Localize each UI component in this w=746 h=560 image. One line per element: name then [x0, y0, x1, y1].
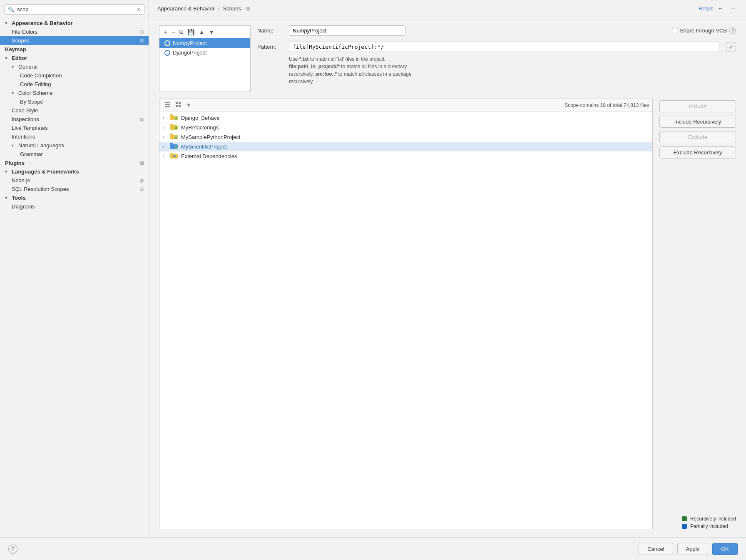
svg-rect-6	[179, 105, 181, 107]
settings-icon: ▤	[139, 178, 144, 183]
sidebar-item-label: Keymap	[5, 46, 26, 52]
legend-item-recursively-included: Recursively included	[682, 516, 736, 522]
help-button[interactable]: ?	[8, 545, 17, 554]
svg-rect-4	[179, 102, 181, 104]
right-header: Appearance & Behavior › Scopes ▤ Reset ←…	[149, 0, 746, 17]
sidebar-item-code-style[interactable]: Code Style	[0, 106, 149, 115]
sidebar-item-intentions[interactable]: Intentions	[0, 132, 149, 141]
flat-view-button[interactable]	[163, 101, 172, 109]
reset-button[interactable]: Reset	[699, 5, 713, 12]
sidebar-item-natural-languages[interactable]: ▾ Natural Languages	[0, 141, 149, 150]
sidebar-item-diagrams[interactable]: Diagrams	[0, 202, 149, 211]
save-scope-button[interactable]: 💾	[186, 28, 196, 36]
legend-item-partially-included: Partially included	[682, 523, 736, 529]
exclude-recursively-button[interactable]: Exclude Recursively	[659, 146, 736, 159]
forward-button[interactable]: →	[729, 4, 738, 12]
folder-icon	[170, 143, 178, 150]
scope-name-input[interactable]	[289, 25, 405, 36]
sidebar-item-color-scheme[interactable]: ▾ Color Scheme	[0, 89, 149, 97]
folder-db-icon	[170, 153, 178, 159]
scopes-list-panel: + − ⧉ 💾 ▲ ▼ NumpyProject	[159, 25, 251, 92]
search-box[interactable]: 🔍 ✕	[4, 4, 144, 15]
sidebar-item-appearance-behavior[interactable]: ▾ Appearance & Behavior	[0, 19, 149, 27]
search-input[interactable]	[17, 6, 134, 12]
sidebar-item-nodejs[interactable]: Node.js ▤	[0, 176, 149, 185]
tree-item-name: External Dependencies	[181, 153, 649, 159]
copy-scope-button[interactable]: ⧉	[178, 27, 184, 36]
scope-circle-icon	[164, 50, 170, 56]
help-icon[interactable]: ?	[729, 27, 736, 34]
search-clear-button[interactable]: ✕	[137, 7, 141, 12]
ok-button[interactable]: OK	[712, 543, 738, 555]
tree-buttons-row: ▼ Scope contains 19 of total 74,813 file…	[159, 99, 736, 529]
svg-point-19	[175, 146, 177, 149]
svg-rect-12	[170, 124, 173, 126]
settings-icon: ▤	[139, 186, 144, 192]
cancel-button[interactable]: Cancel	[639, 543, 673, 555]
file-tree-panel: ▼ Scope contains 19 of total 74,813 file…	[159, 99, 653, 529]
svg-rect-15	[170, 134, 173, 135]
tree-item[interactable]: › MySamplePythonProject	[159, 132, 652, 142]
move-up-button[interactable]: ▲	[197, 28, 206, 36]
sidebar-item-general[interactable]: ▾ General	[0, 62, 149, 71]
tree-chevron-icon: ›	[163, 135, 169, 139]
remove-scope-button[interactable]: −	[170, 28, 176, 36]
sidebar-item-label: Scopes	[12, 37, 30, 44]
tree-item[interactable]: › Django_Behave	[159, 113, 652, 123]
apply-button[interactable]: Apply	[677, 543, 709, 555]
svg-point-13	[175, 127, 177, 129]
pattern-input[interactable]	[289, 42, 719, 52]
sidebar-item-sql-resolution-scopes[interactable]: SQL Resolution Scopes ▤	[0, 185, 149, 193]
sidebar-item-by-scope[interactable]: By Scope	[0, 97, 149, 106]
sidebar-item-label: Code Style	[12, 107, 38, 114]
sidebar-item-label: Languages & Frameworks	[12, 168, 79, 175]
left-panel: 🔍 ✕ ▾ Appearance & Behavior File Colors …	[0, 0, 149, 538]
sidebar-item-plugins[interactable]: Plugins ▤	[0, 159, 149, 167]
group-view-button[interactable]	[174, 101, 183, 109]
sidebar-item-languages-frameworks[interactable]: ▾ Languages & Frameworks	[0, 167, 149, 176]
svg-rect-18	[170, 143, 173, 145]
sidebar-item-editor[interactable]: ▾ Editor	[0, 54, 149, 62]
sidebar-item-file-colors[interactable]: File Colors ▤	[0, 27, 149, 36]
sidebar-item-scopes[interactable]: Scopes ▤	[0, 36, 149, 45]
sidebar-item-keymap[interactable]: Keymap	[0, 45, 149, 54]
tree-item-name: MyScientificProject	[181, 144, 649, 150]
sidebar-item-label: Code Editing	[20, 81, 51, 87]
scope-item-label: DjangoProject	[173, 50, 207, 56]
tree-item-selected[interactable]: › MyScientificProject	[159, 142, 652, 151]
back-button[interactable]: ←	[716, 4, 725, 12]
exclude-button[interactable]: Exclude	[659, 131, 736, 143]
sidebar-item-code-editing[interactable]: Code Editing	[0, 80, 149, 89]
scope-detail-panel: Name: Share through VCS ? Pattern:	[257, 25, 736, 92]
sidebar-item-label: Intentions	[12, 134, 35, 140]
chevron-icon: ▾	[5, 56, 10, 60]
expand-pattern-button[interactable]: ⤢	[726, 42, 736, 52]
sidebar-item-inspections[interactable]: Inspections ▤	[0, 115, 149, 124]
settings-icon: ▤	[139, 38, 144, 43]
pattern-label: Pattern:	[257, 44, 282, 50]
tree-item[interactable]: › External Dependencies	[159, 151, 652, 161]
move-down-button[interactable]: ▼	[207, 28, 216, 36]
sidebar-item-code-completion[interactable]: Code Completion	[0, 71, 149, 80]
scope-item-numpy[interactable]: NumpyProject	[159, 38, 250, 48]
chevron-icon: ▾	[12, 91, 17, 95]
include-button[interactable]: Include	[659, 100, 736, 112]
svg-rect-9	[170, 114, 173, 116]
sidebar-item-grammar[interactable]: Grammar	[0, 150, 149, 159]
settings-dialog: 🔍 ✕ ▾ Appearance & Behavior File Colors …	[0, 0, 746, 560]
include-recursively-button[interactable]: Include Recursively	[659, 116, 736, 128]
settings-icon: ▤	[139, 160, 144, 166]
sidebar-item-label: Live Templates	[12, 125, 47, 131]
tree-item[interactable]: › MyRefactorings	[159, 123, 652, 132]
folder-module-icon	[170, 134, 178, 139]
sidebar-item-live-templates[interactable]: Live Templates	[0, 124, 149, 132]
scope-item-django[interactable]: DjangoProject	[159, 48, 250, 57]
svg-point-16	[175, 136, 177, 139]
dialog-body: 🔍 ✕ ▾ Appearance & Behavior File Colors …	[0, 0, 746, 538]
sidebar-item-tools[interactable]: ▾ Tools	[0, 193, 149, 202]
add-scope-button[interactable]: +	[163, 28, 169, 36]
sidebar-item-label: Node.js	[12, 177, 30, 183]
hint-text: Use *.txt to match all 'txt' files in th…	[289, 55, 736, 85]
share-vcs-checkbox[interactable]	[672, 28, 677, 33]
sidebar-item-label: SQL Resolution Scopes	[12, 186, 69, 192]
